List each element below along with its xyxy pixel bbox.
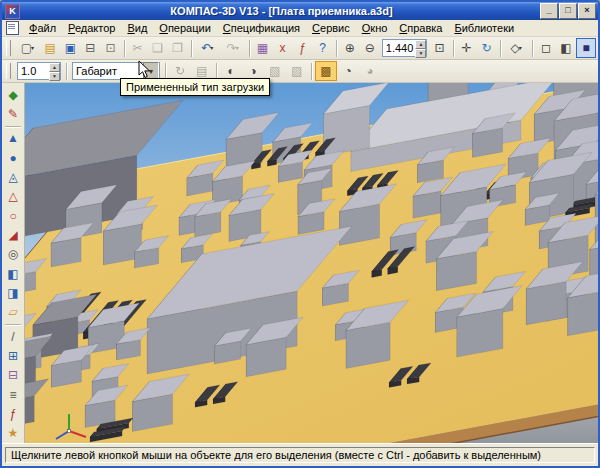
main-area: ◆✎▲●◬△○◢◎◧◨▱/⊞⊟≡ƒ★ (2, 83, 598, 443)
window-buttons: _ □ × (540, 3, 596, 19)
menu-edit[interactable]: Редактор (62, 21, 121, 35)
status-message: Щелкните левой кнопкой мыши на объекте д… (5, 447, 595, 463)
undo-button[interactable]: ↶▾ (195, 38, 220, 58)
zoom-combo-spinner[interactable]: ▲▼ (415, 40, 426, 56)
menu-operations[interactable]: Операции (153, 21, 216, 35)
app-icon[interactable]: K (5, 4, 20, 19)
pattern-tool[interactable]: ⊞ (2, 346, 24, 365)
simplify-display-button[interactable]: ▨ (286, 61, 308, 81)
status-bar: Щелкните левой кнопкой мыши на объекте д… (2, 443, 598, 466)
step-combo-value: 1.0 (21, 65, 36, 77)
axis-tool[interactable]: / (2, 327, 24, 346)
zoom-area-button[interactable]: ⊡ (429, 38, 449, 58)
new-button[interactable]: ▢▾ (15, 38, 40, 58)
paste-button[interactable]: ❐ (168, 38, 188, 58)
minimize-button[interactable]: _ (540, 3, 558, 19)
menu-file[interactable]: Файл (23, 21, 62, 35)
menu-window[interactable]: Окно (356, 21, 394, 35)
step-combo[interactable]: 1.0▲▼ (17, 62, 61, 80)
zoom-combo[interactable]: 1.440▲▼ (382, 39, 428, 57)
zoom-combo-value: 1.440 (386, 42, 414, 54)
menu-service[interactable]: Сервис (306, 21, 356, 35)
save-button[interactable]: ▣ (60, 38, 80, 58)
title-bar[interactable]: K КОМПАС-3D V13 - [Плата приемника.a3d] … (2, 2, 598, 20)
shaded-button[interactable]: ◧ (556, 38, 576, 58)
zoom-in-button[interactable]: ⊕ (340, 38, 360, 58)
edit-component-tool[interactable]: ◆ (2, 85, 24, 104)
plane-tool[interactable]: ▱ (2, 303, 24, 322)
redo-button[interactable]: ↷▾ (220, 38, 245, 58)
document-icon[interactable] (6, 21, 19, 35)
cut-button[interactable]: ✂ (127, 38, 147, 58)
fx-button[interactable]: ƒ (293, 38, 313, 58)
tooltip: Примененный тип загрузки (120, 78, 270, 96)
mirror-tool[interactable]: ⊟ (2, 366, 24, 385)
menu-specification[interactable]: Спецификация (217, 21, 306, 35)
wireframe-button[interactable]: ◻ (536, 38, 556, 58)
variables-button[interactable]: x (273, 38, 293, 58)
measure-tool[interactable]: ≡ (2, 385, 24, 404)
app-window: K КОМПАС-3D V13 - [Плата приемника.a3d] … (0, 0, 600, 468)
preview-button[interactable]: ⊡ (100, 38, 120, 58)
chamfer-tool[interactable]: ◢ (2, 225, 24, 244)
rib-tool[interactable]: ◨ (2, 283, 24, 302)
applied-load-type-toggle[interactable]: ▩ (315, 61, 337, 81)
print-button[interactable]: ⊟ (80, 38, 100, 58)
hole-tool[interactable]: ◎ (2, 245, 24, 264)
viewport-3d[interactable] (25, 83, 598, 443)
menu-bar: ФайлРедакторВидОперацииСпецификацияСерви… (2, 20, 598, 37)
menu-help[interactable]: Справка (393, 21, 448, 35)
perspective-toggle[interactable]: ◔ (337, 61, 359, 81)
lighting-button[interactable]: ◕ (359, 61, 381, 81)
menu-view[interactable]: Вид (121, 21, 153, 35)
zoom-out-button[interactable]: ⊖ (360, 38, 380, 58)
library-manager-button[interactable]: ▦ (252, 38, 272, 58)
revolve-tool[interactable]: ● (2, 148, 24, 167)
cut-extrude-tool[interactable]: △ (2, 187, 24, 206)
pan-button[interactable]: ✛ (456, 38, 476, 58)
load-type-combo-value: Габарит (76, 65, 117, 77)
toolbar-current-state: 1.0▲▼Габарит▾↻▤◐◑▧▨▩◔◕ (2, 60, 598, 83)
fillet-tool[interactable]: ○ (2, 206, 24, 225)
orientation-button[interactable]: ◇▾ (504, 38, 529, 58)
sketch-tool[interactable]: ✎ (2, 104, 24, 123)
library-tool[interactable]: ★ (2, 424, 24, 443)
extrude-tool[interactable]: ▲ (2, 129, 24, 148)
close-button[interactable]: × (578, 3, 596, 19)
menu-items: ФайлРедакторВидОперацииСпецификацияСерви… (23, 21, 520, 35)
shell-tool[interactable]: ◧ (2, 264, 24, 283)
shaded-edges-button[interactable]: ■ (576, 38, 596, 58)
what-is-button[interactable]: ? (313, 38, 333, 58)
step-combo-spinner[interactable]: ▲▼ (49, 63, 60, 79)
pcb-3d-scene (25, 83, 598, 443)
compact-instrument-panel: ◆✎▲●◬△○◢◎◧◨▱/⊞⊟≡ƒ★ (2, 83, 25, 443)
window-title: КОМПАС-3D V13 - [Плата приемника.a3d] (23, 5, 540, 17)
parameters-tool[interactable]: ƒ (2, 404, 24, 423)
toolbar-standard: ▢▾▤▣⊟⊡✂❏❐↶▾↷▾▦xƒ?⊕⊖1.440▲▼⊡✛↻◇▾◻◧■ (2, 37, 598, 60)
maximize-button[interactable]: □ (559, 3, 577, 19)
open-button[interactable]: ▤ (40, 38, 60, 58)
menu-libraries[interactable]: Библиотеки (449, 21, 521, 35)
copy-button[interactable]: ❏ (147, 38, 167, 58)
rotate-button[interactable]: ↻ (477, 38, 497, 58)
loft-tool[interactable]: ◬ (2, 167, 24, 186)
